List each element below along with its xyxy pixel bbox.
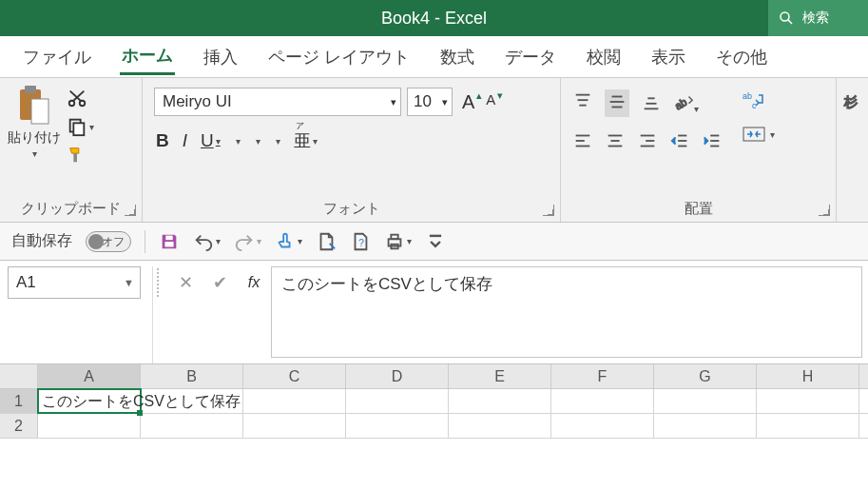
table-row: 2 [0, 414, 868, 439]
increase-indent-button[interactable] [702, 130, 723, 154]
title-bar: Book4 - Excel 検索 [0, 0, 868, 36]
cell[interactable] [757, 389, 859, 413]
tab-view[interactable]: 表示 [649, 40, 687, 74]
cell[interactable] [551, 414, 654, 438]
cell[interactable] [449, 389, 551, 413]
align-left-button[interactable] [572, 130, 593, 154]
undo-button[interactable]: ▾ [193, 231, 221, 252]
column-header[interactable]: C [243, 364, 346, 388]
border-button[interactable]: ▾ [234, 136, 241, 147]
save-button[interactable] [159, 231, 180, 252]
increase-font-button[interactable]: A▴ [458, 91, 478, 113]
qat-customize-button[interactable] [425, 231, 446, 252]
save-icon [159, 231, 180, 252]
merge-icon [742, 124, 766, 145]
font-name-select[interactable]: Meiryo UI ▾ [154, 88, 401, 116]
italic-button[interactable]: I [183, 130, 187, 151]
underline-button[interactable]: U▾ [201, 130, 221, 151]
cell[interactable] [654, 414, 757, 438]
tab-review[interactable]: 校閲 [585, 40, 623, 74]
print-button[interactable]: ▾ [384, 231, 412, 252]
group-label-font: フォント [150, 196, 552, 220]
cell[interactable]: このシートをCSVとして保存 [38, 389, 141, 413]
align-right-button[interactable] [637, 130, 658, 154]
svg-rect-4 [31, 99, 48, 124]
svg-text:?: ? [358, 237, 364, 247]
furigana-button[interactable]: ア亜▾ [294, 129, 318, 152]
fill-color-button[interactable]: ▾ [254, 136, 260, 147]
confirm-entry-button[interactable]: ✔ [203, 266, 237, 299]
wrap-text-button[interactable]: abc [742, 89, 775, 110]
bold-button[interactable]: B [156, 130, 169, 151]
tab-page-layout[interactable]: ページ レイアウト [266, 40, 412, 74]
format-painter-button[interactable] [67, 145, 94, 166]
chevron-down-icon[interactable]: ▼ [124, 277, 134, 288]
cell[interactable] [346, 414, 449, 438]
align-center-button[interactable] [605, 130, 626, 154]
clipboard-launcher[interactable] [125, 205, 136, 216]
column-header[interactable]: E [449, 364, 551, 388]
paste-button[interactable]: 貼り付け ▾ [8, 84, 61, 159]
insert-function-button[interactable]: fx [237, 266, 271, 299]
column-headers: ABCDEFGH [0, 364, 868, 389]
cell[interactable] [346, 389, 449, 413]
svg-text:ab: ab [743, 91, 752, 101]
help-button[interactable]: ? [350, 231, 371, 252]
decrease-font-button[interactable]: A▾ [482, 91, 499, 113]
font-launcher[interactable] [543, 205, 554, 216]
formula-input[interactable]: このシートをCSVとして保存 [271, 266, 862, 358]
column-header[interactable]: D [346, 364, 449, 388]
cell[interactable] [243, 389, 346, 413]
copy-button[interactable]: ▾ [67, 116, 94, 137]
name-box[interactable]: A1 ▼ [8, 266, 141, 299]
tab-more[interactable]: その他 [714, 40, 769, 74]
column-header[interactable]: F [551, 364, 654, 388]
row-header[interactable]: 2 [0, 414, 38, 438]
align-top-button[interactable] [572, 91, 593, 115]
tab-file[interactable]: ファイル [21, 40, 93, 74]
cut-button[interactable] [67, 88, 94, 108]
touch-icon [275, 231, 296, 252]
redo-button[interactable]: ▾ [234, 231, 261, 252]
chevron-down-icon[interactable]: ▾ [391, 96, 396, 108]
column-header[interactable]: A [38, 364, 141, 388]
clipboard-icon [16, 84, 52, 127]
group-font: Meiryo UI ▾ 10 ▾ A▴ A▾ B I U▾ ▾ [143, 78, 561, 222]
cell[interactable] [449, 414, 551, 438]
cell[interactable] [551, 389, 654, 413]
autosave-toggle[interactable]: オフ [86, 231, 131, 252]
cell[interactable] [141, 414, 243, 438]
new-file-button[interactable] [316, 231, 337, 252]
orientation-button[interactable]: ab▾ [673, 91, 699, 115]
align-middle-button[interactable] [605, 89, 629, 117]
cell[interactable] [38, 414, 141, 438]
alignment-launcher[interactable] [819, 205, 830, 216]
cell[interactable] [243, 414, 346, 438]
file-icon [316, 231, 337, 252]
svg-text:杉: 杉 [843, 94, 858, 109]
group-clipboard: 貼り付け ▾ ▾ クリップボード [0, 78, 143, 222]
merge-center-button[interactable]: ▾ [742, 124, 775, 145]
align-bottom-button[interactable] [641, 91, 662, 115]
tab-home[interactable]: ホーム [120, 38, 175, 75]
select-all-corner[interactable] [0, 364, 38, 388]
decrease-indent-button[interactable] [669, 130, 690, 154]
svg-text:ab: ab [673, 96, 688, 112]
spreadsheet-grid[interactable]: ABCDEFGH1このシートをCSVとして保存2 [0, 364, 868, 439]
font-color-button[interactable]: A▾ [274, 136, 280, 147]
touch-mode-button[interactable]: ▾ [275, 231, 302, 252]
chevron-down-icon[interactable]: ▾ [442, 96, 448, 108]
column-header[interactable]: G [654, 364, 757, 388]
font-size-select[interactable]: 10 ▾ [407, 88, 453, 116]
column-header[interactable]: H [757, 364, 859, 388]
cell[interactable] [757, 414, 859, 438]
scissors-icon [67, 88, 87, 108]
tab-insert[interactable]: 挿入 [202, 40, 240, 74]
tab-data[interactable]: データ [503, 40, 558, 74]
row-header[interactable]: 1 [0, 389, 38, 413]
cell[interactable] [654, 389, 757, 413]
column-header[interactable]: B [141, 364, 243, 388]
cancel-entry-button[interactable]: ✕ [168, 266, 203, 299]
tab-formulas[interactable]: 数式 [438, 40, 476, 74]
search-box[interactable]: 検索 [768, 0, 868, 36]
